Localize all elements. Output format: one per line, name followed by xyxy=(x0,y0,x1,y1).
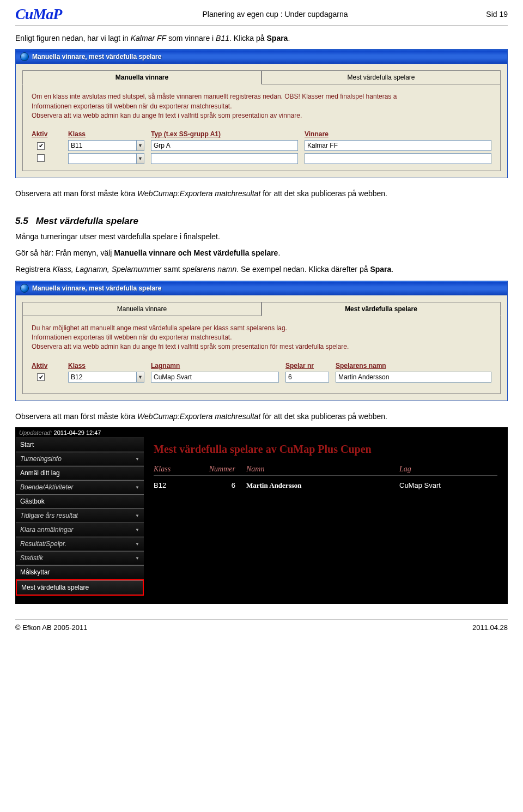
side-nav: StartTurneringsinfo▼Anmäl ditt lagBoende… xyxy=(16,438,144,603)
table-header: Klass Nummer Namn Lag xyxy=(154,463,497,476)
dialog-manuella-vinnare: Manuella vinnare, mest värdefulla spelar… xyxy=(15,49,508,178)
col-klass: Klass xyxy=(68,362,144,369)
aktiv-checkbox[interactable] xyxy=(37,154,45,162)
page-number: Sid 19 xyxy=(453,10,508,19)
chevron-down-icon: ▼ xyxy=(135,542,139,547)
chevron-down-icon: ▼ xyxy=(135,513,139,518)
klass-input[interactable] xyxy=(68,372,136,383)
klass-input[interactable] xyxy=(68,140,136,151)
nav-item[interactable]: Målskyttar xyxy=(16,565,144,579)
app-icon xyxy=(20,284,29,293)
website-screenshot: Uppdaterad: 2011-04-29 12:47 StartTurner… xyxy=(15,427,508,604)
copyright: © Efkon AB 2005-2011 xyxy=(15,623,87,632)
titlebar-text: Manuella vinnare, mest värdefulla spelar… xyxy=(32,53,161,60)
nav-item[interactable]: Tidigare års resultat▼ xyxy=(16,508,144,523)
aktiv-checkbox[interactable]: ✔ xyxy=(37,142,45,150)
footer-date: 2011.04.28 xyxy=(472,623,508,632)
col-aktiv: Aktiv xyxy=(32,362,62,369)
table-row: B12 6 Martin Andersson CuMap Svart xyxy=(154,476,497,495)
info-text: Om en klass inte avslutas med slutspel, … xyxy=(32,92,491,120)
col-aktiv: Aktiv xyxy=(32,130,62,138)
col-spelar-nr: Spelar nr xyxy=(285,362,329,369)
spelarnr-input[interactable] xyxy=(285,372,329,383)
typ-input[interactable] xyxy=(151,153,298,164)
nav-item[interactable]: Gästbok xyxy=(16,494,144,508)
chevron-down-icon: ▼ xyxy=(135,556,139,561)
nav-item[interactable]: Boende/Aktiviteter▼ xyxy=(16,480,144,494)
col-typ: Typ (t.ex SS-grupp A1) xyxy=(151,130,298,138)
section-p3: Registrera Klass, Lagnamn, Spelarnummer … xyxy=(15,264,508,275)
form-row-empty xyxy=(32,384,491,388)
col-spelarens-namn: Spelarens namn xyxy=(336,362,491,369)
titlebar[interactable]: Manuella vinnare, mest värdefulla spelar… xyxy=(16,50,507,64)
nav-item[interactable]: Statistik▼ xyxy=(16,551,144,565)
chevron-down-icon: ▼ xyxy=(135,457,139,462)
logo: CuMaP xyxy=(15,5,97,23)
page-title: Planering av egen cup : Under cupdagarna xyxy=(97,10,453,19)
nav-item[interactable]: Anmäl ditt lag xyxy=(16,466,144,480)
dialog-mest-vardefulla: Manuella vinnare, mest värdefulla spelar… xyxy=(15,281,508,401)
observation-paragraph: Observera att man först måste köra WebCu… xyxy=(15,188,508,199)
tab-mest-vardefulla[interactable]: Mest värdefulla spelare xyxy=(262,70,501,84)
nav-item[interactable]: Turneringsinfo▼ xyxy=(16,452,144,466)
chevron-down-icon[interactable]: ▼ xyxy=(136,153,144,164)
spelarnamn-input[interactable] xyxy=(336,372,491,383)
aktiv-checkbox[interactable]: ✔ xyxy=(37,373,45,381)
nav-item[interactable]: Start xyxy=(16,438,144,452)
page-header: CuMaP Planering av egen cup : Under cupd… xyxy=(15,5,508,26)
observation-paragraph-2: Observera att man först måste köra WebCu… xyxy=(15,411,508,422)
klass-combo[interactable]: ▼ xyxy=(68,153,144,164)
form-row: ✔ ▼ xyxy=(32,371,491,384)
tab-mest-vardefulla[interactable]: Mest värdefulla spelare xyxy=(262,302,501,316)
chevron-down-icon[interactable]: ▼ xyxy=(136,140,144,151)
chevron-down-icon: ▼ xyxy=(135,528,139,532)
vinnare-input[interactable] xyxy=(305,140,491,151)
nav-item[interactable]: Resultat/Spelpr.▼ xyxy=(16,537,144,551)
updated-label: Uppdaterad: 2011-04-29 12:47 xyxy=(16,428,507,438)
col-klass: Klass xyxy=(68,130,144,138)
section-heading: 5.5 Mest värdefulla spelare xyxy=(15,216,508,227)
tab-manuella-vinnare[interactable]: Manuella vinnare xyxy=(22,70,262,84)
section-p1: Många turneringar utser mest värdefulla … xyxy=(15,231,508,242)
highlight-box: Mest värdefulla spelare xyxy=(16,579,144,596)
app-icon xyxy=(20,52,29,61)
vinnare-input[interactable] xyxy=(305,153,491,164)
klass-input[interactable] xyxy=(68,153,136,164)
klass-combo[interactable]: ▼ xyxy=(68,140,144,151)
col-vinnare: Vinnare xyxy=(305,130,491,138)
page-footer: © Efkon AB 2005-2011 2011.04.28 xyxy=(15,619,508,632)
form-row-empty: ▼ xyxy=(32,152,491,165)
titlebar[interactable]: Manuella vinnare, mest värdefulla spelar… xyxy=(16,281,507,295)
nav-item[interactable]: Klara anmälningar▼ xyxy=(16,523,144,537)
tab-manuella-vinnare[interactable]: Manuella vinnare xyxy=(22,302,262,316)
klass-combo[interactable]: ▼ xyxy=(68,372,144,383)
lagnamn-input[interactable] xyxy=(151,372,279,383)
typ-input[interactable] xyxy=(151,140,298,151)
chevron-down-icon: ▼ xyxy=(135,485,139,490)
section-p2: Gör så här: Från menyn, välj Manuella vi… xyxy=(15,247,508,258)
col-lagnamn: Lagnamn xyxy=(151,362,279,369)
info-text: Du har möjlighet att manuellt ange mest … xyxy=(32,324,491,352)
form-row: ✔ ▼ xyxy=(32,139,491,152)
chevron-down-icon[interactable]: ▼ xyxy=(136,372,144,383)
titlebar-text: Manuella vinnare, mest värdefulla spelar… xyxy=(32,284,161,292)
nav-item-highlighted[interactable]: Mest värdefulla spelare xyxy=(17,580,143,595)
intro-paragraph: Enligt figuren nedan, har vi lagt in Kal… xyxy=(15,33,508,44)
web-page-title: Mest värdefulla spelare av CuMap Plus Cu… xyxy=(154,443,497,456)
